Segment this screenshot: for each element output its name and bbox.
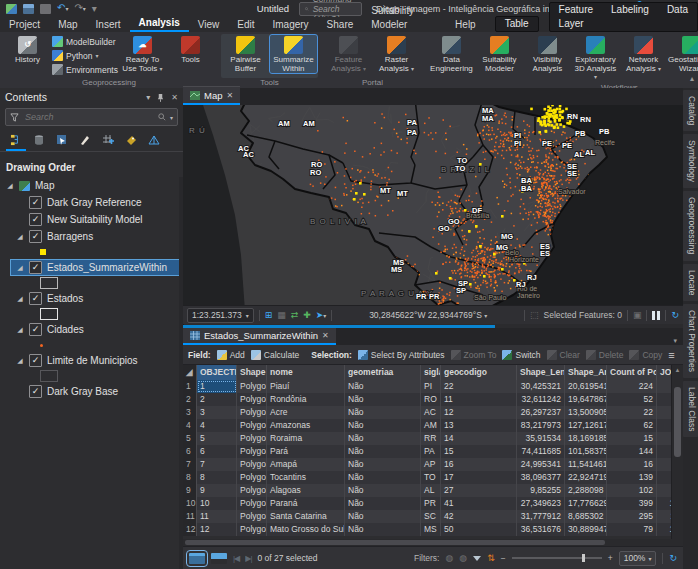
panel-tab-label-class[interactable]: Label Class [683,381,698,437]
layer-checkbox[interactable]: ✓ [29,354,42,367]
cell-geometriaa[interactable]: Não [345,497,421,510]
ribbon-tab-labeling[interactable]: Labeling [602,3,658,31]
tab-labeling[interactable] [121,131,141,149]
cell-geocodigo[interactable]: 42 [441,510,517,523]
cell-shape[interactable]: Polygon [237,458,267,471]
cell-count-of-points[interactable]: 224 [607,380,657,393]
cell-objectid[interactable]: 7 [197,458,237,471]
cell-objectid[interactable]: 4 [197,419,237,432]
close-tab-icon[interactable]: ✕ [226,91,233,100]
table-tab[interactable]: Estados_SummarizeWithin ✕ [183,326,336,345]
table-row[interactable]: 99PolygonAlagoasNãoAL279,852552,28809810… [183,484,671,497]
add-button[interactable]: Add [217,350,245,360]
cell-nome[interactable]: Amapá [267,458,345,471]
cell-shape[interactable]: Polygon [237,393,267,406]
cell-count-of-points[interactable]: 144 [607,445,657,458]
column-header-sigla[interactable]: sigla [421,365,441,380]
tab-data-source[interactable] [29,131,49,149]
ribbon-tab-table[interactable]: Table [496,17,538,31]
save-project-icon[interactable] [40,4,51,14]
cell-shape-length[interactable]: 27,349623 [517,497,565,510]
panel-tab-symbology[interactable]: Symbology [683,134,698,188]
panel-tab-catalog[interactable]: Catalog [683,90,698,131]
cell-nome[interactable]: Rondônia [267,393,345,406]
ribbon-tab-project[interactable]: Project [0,18,49,32]
ribbon-tab-edit[interactable]: Edit [228,18,263,32]
cell-objectid[interactable]: 2 [197,393,237,406]
cell-sigla[interactable]: TO [421,471,441,484]
cell-geocodigo[interactable]: 50 [441,523,517,536]
layer-root-map[interactable]: ◢Map [0,177,183,194]
ribbon-tab-analysis[interactable]: Analysis [130,16,189,32]
row-number[interactable]: 4 [183,419,197,432]
map-view-tab[interactable]: Map ✕ [183,86,240,105]
form-view-button[interactable] [211,553,227,564]
panel-tab-locate[interactable]: Locate [683,264,698,302]
layer-item-cidades[interactable]: ◢✓Cidades [10,321,183,338]
cell-geocodigo[interactable]: 41 [441,497,517,510]
cell-sigla[interactable]: RO [421,393,441,406]
expand-icon[interactable]: ◢ [16,295,24,303]
cell-shape-area[interactable]: 20,619541 [565,380,607,393]
table-row[interactable]: 55PolygonRoraimaNãoRR1435,9153418,169185… [183,432,671,445]
cell-count-of-points[interactable]: 295 [607,510,657,523]
cell-join-id[interactable]: 10 [657,497,671,510]
expand-icon[interactable]: ◢ [16,264,24,272]
navigator-icon[interactable]: ➤▾ [316,310,327,320]
cell-shape-length[interactable]: 35,91534 [517,432,565,445]
open-project-icon[interactable] [23,4,34,14]
cell-geocodigo[interactable]: 12 [441,406,517,419]
cell-join-id[interactable]: 8 [657,471,671,484]
pin-icon[interactable] [157,93,164,102]
row-number[interactable]: 1 [183,380,197,393]
cell-sigla[interactable]: PR [421,497,441,510]
undo-icon[interactable]: ↶▾ [57,3,68,14]
sync-icon[interactable]: ⇄ [291,310,299,320]
cell-geometriaa[interactable]: Não [345,471,421,484]
cell-shape-area[interactable]: 18,169185 [565,432,607,445]
cell-join-id[interactable]: 9 [657,484,671,497]
cell-count-of-points[interactable]: 79 [607,523,657,536]
cell-shape-length[interactable]: 32,611242 [517,393,565,406]
row-number[interactable]: 6 [183,445,197,458]
cell-objectid[interactable]: 8 [197,471,237,484]
cell-nome[interactable]: Mato Grosso do Sul [267,523,345,536]
data-engineering-button[interactable]: Data Engineering [428,35,475,73]
summarize-within-button[interactable]: Summarize Within [270,35,317,73]
column-header-geometriaa[interactable]: geometriaa [345,365,421,380]
apply-filter-icon[interactable]: ◍ [459,553,467,563]
cell-sigla[interactable]: PI [421,380,441,393]
contents-search-field[interactable] [23,111,154,123]
table-menu-icon[interactable]: ≡ [668,349,678,361]
column-header-nome[interactable]: nome [267,365,345,380]
cell-shape-length[interactable]: 38,096377 [517,471,565,484]
select-by-attributes-button[interactable]: Select By Attributes [358,350,445,360]
table-row[interactable]: 66PolygonParáNãoPA1574,411685101,5837591… [183,445,671,458]
row-number[interactable]: 11 [183,510,197,523]
row-number[interactable]: 12 [183,523,197,536]
table-row[interactable]: 22PolygonRondôniaNãoRO1132,61124219,6478… [183,393,671,406]
cell-count-of-points[interactable]: 399 [607,497,657,510]
active-pane-divider[interactable] [183,325,495,328]
cell-shape-area[interactable]: 17,776629 [565,497,607,510]
refresh-icon[interactable]: ↻ [671,310,679,320]
cell-shape-length[interactable]: 31,777912 [517,510,565,523]
cell-shape-length[interactable]: 26,297237 [517,406,565,419]
table-row[interactable]: 1212PolygonMato Grosso do SulNãoMS5036,5… [183,523,671,536]
history-button[interactable]: ↺History [4,35,51,65]
column-header-objectid[interactable]: OBJECTID * [197,365,237,380]
cell-geocodigo[interactable]: 17 [441,471,517,484]
zoom-to-button[interactable]: Zoom To [451,350,497,360]
cell-join-id[interactable]: 5 [657,432,671,445]
layer-item-estados-summarizewithin[interactable]: ◢✓Estados_SummarizeWithin [10,259,183,276]
cell-shape[interactable]: Polygon [237,523,267,536]
layer-item-new-suitability-model[interactable]: ✓New Suitability Model [10,211,183,228]
add-data-icon[interactable]: ✚ [303,310,311,320]
raster-analysis-button[interactable]: Raster Analysis ▾ [373,35,420,73]
row-number[interactable]: 5 [183,432,197,445]
refresh-table-icon[interactable]: ↻ [669,553,677,563]
cell-shape[interactable]: Polygon [237,510,267,523]
modelbuilder-button[interactable]: ModelBuilder [52,35,118,48]
cell-objectid[interactable]: 3 [197,406,237,419]
tab-editing[interactable] [75,131,95,149]
